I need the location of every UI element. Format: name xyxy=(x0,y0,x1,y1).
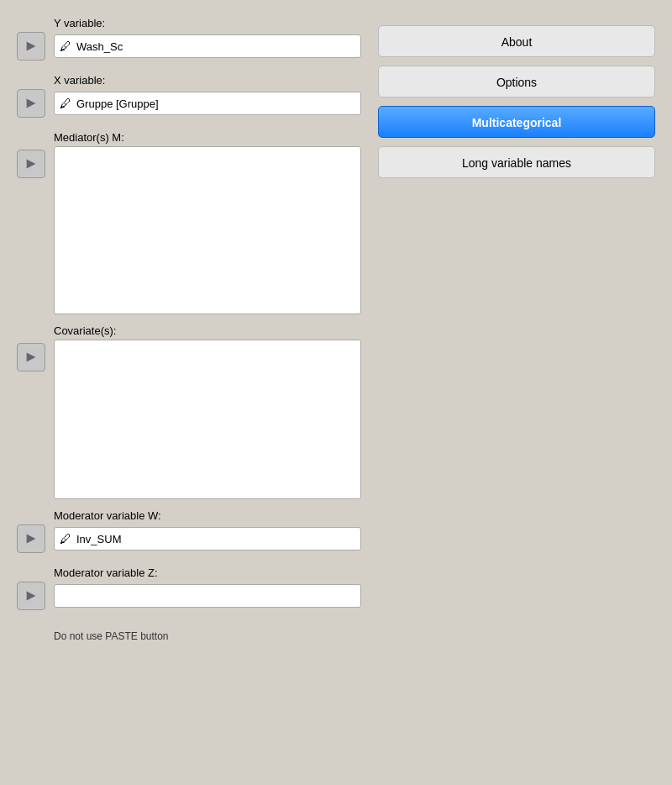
moderator-z-arrow-button[interactable] xyxy=(17,582,45,610)
x-variable-label: X variable: xyxy=(17,74,361,87)
moderator-w-row: 🖊 xyxy=(17,524,361,553)
svg-marker-1 xyxy=(27,99,36,108)
moderator-w-label: Moderator variable W: xyxy=(17,509,361,522)
moderator-z-section: Moderator variable Z: xyxy=(17,566,361,615)
moderator-z-row xyxy=(17,582,361,610)
mediator-arrow-button[interactable] xyxy=(17,150,45,178)
bottom-note: Do not use PASTE button xyxy=(17,630,361,642)
svg-marker-2 xyxy=(27,160,36,169)
moderator-w-input[interactable] xyxy=(76,533,355,545)
svg-marker-5 xyxy=(27,592,36,601)
x-variable-input[interactable] xyxy=(76,97,355,110)
x-variable-input-wrapper: 🖊 xyxy=(54,92,361,115)
svg-marker-0 xyxy=(27,42,36,51)
svg-marker-3 xyxy=(27,353,36,362)
y-variable-section: Y variable: 🖊 xyxy=(17,17,361,66)
svg-marker-4 xyxy=(27,535,36,544)
covariate-arrow-button[interactable] xyxy=(17,343,45,371)
x-variable-arrow-button[interactable] xyxy=(17,89,45,118)
mediators-section: Mediator(s) M: xyxy=(17,131,361,314)
mediator-arrow-col xyxy=(17,131,45,178)
multicategorical-button[interactable]: Multicategorical xyxy=(378,106,655,138)
y-variable-input[interactable] xyxy=(76,40,355,53)
covariate-content: Covariate(s): xyxy=(54,324,361,499)
covariate-arrow-col xyxy=(17,324,45,371)
y-variable-arrow-button[interactable] xyxy=(17,32,45,61)
long-variable-names-button[interactable]: Long variable names xyxy=(378,146,655,178)
mediator-content: Mediator(s) M: xyxy=(54,131,361,314)
left-panel: Y variable: 🖊 X variable: xyxy=(17,17,361,768)
moderator-z-label: Moderator variable Z: xyxy=(17,566,361,579)
about-button[interactable]: About xyxy=(378,25,655,57)
x-variable-row: 🖊 xyxy=(17,89,361,118)
y-variable-input-wrapper: 🖊 xyxy=(54,34,361,58)
covariates-section: Covariate(s): xyxy=(17,324,361,499)
moderator-z-input[interactable] xyxy=(60,590,355,603)
y-variable-row: 🖊 xyxy=(17,32,361,61)
right-panel: About Options Multicategorical Long vari… xyxy=(378,17,655,768)
pencil-icon: 🖊 xyxy=(60,40,71,53)
pencil-icon-x: 🖊 xyxy=(60,97,71,110)
mediators-label: Mediator(s) M: xyxy=(54,131,361,144)
y-variable-label: Y variable: xyxy=(17,17,361,29)
moderator-w-arrow-button[interactable] xyxy=(17,524,45,553)
moderator-z-input-wrapper xyxy=(54,584,361,608)
x-variable-section: X variable: 🖊 xyxy=(17,74,361,123)
mediators-listbox[interactable] xyxy=(54,146,361,314)
covariates-listbox[interactable] xyxy=(54,340,361,499)
covariates-label: Covariate(s): xyxy=(54,324,361,337)
options-button[interactable]: Options xyxy=(378,66,655,97)
pencil-icon-w: 🖊 xyxy=(60,532,71,545)
moderator-w-input-wrapper: 🖊 xyxy=(54,527,361,551)
moderator-w-section: Moderator variable W: 🖊 xyxy=(17,509,361,558)
